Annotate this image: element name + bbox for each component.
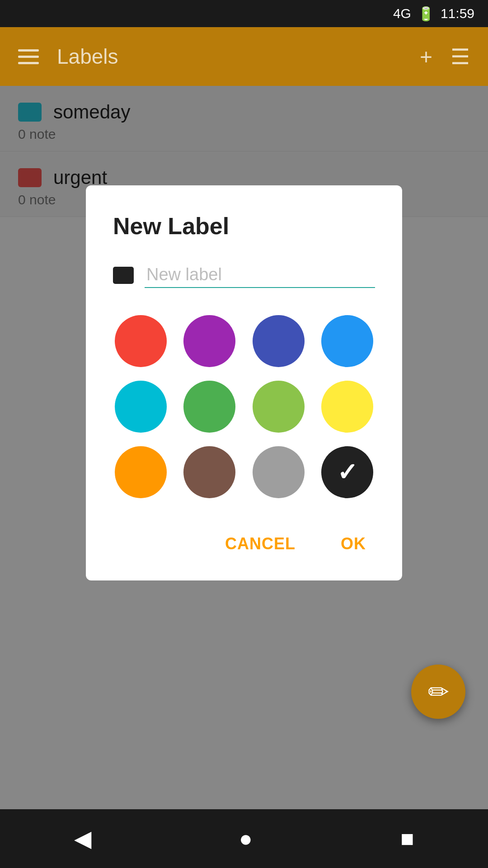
dialog-title: New Label (113, 212, 375, 240)
status-bar: 4G 🔋 11:59 (0, 0, 488, 27)
color-option-red[interactable] (115, 315, 167, 367)
ok-button[interactable]: OK (332, 530, 375, 558)
add-label-button[interactable]: + (420, 44, 432, 69)
color-option-orange[interactable] (115, 446, 167, 498)
selected-color-preview (113, 267, 134, 284)
new-label-dialog: New Label CANCEL (86, 185, 402, 580)
color-option-grey[interactable] (253, 446, 305, 498)
status-icons: 4G 🔋 11:59 (393, 6, 474, 22)
network-indicator: 4G (393, 6, 411, 21)
cancel-button[interactable]: CANCEL (216, 530, 305, 558)
color-option-light-green[interactable] (253, 381, 305, 433)
app-bar: Labels + ☰ (0, 27, 488, 86)
color-option-blue[interactable] (321, 315, 373, 367)
input-row (113, 262, 375, 288)
main-content: someday 0 note urgent 0 note New Label (0, 86, 488, 809)
color-option-black[interactable] (321, 446, 373, 498)
clock: 11:59 (441, 6, 474, 21)
home-button[interactable]: ● (239, 826, 253, 852)
dialog-actions: CANCEL OK (113, 530, 375, 558)
nav-bar: ◀ ● ■ (0, 809, 488, 868)
color-option-indigo[interactable] (253, 315, 305, 367)
color-option-cyan[interactable] (115, 381, 167, 433)
menu-icon[interactable] (18, 49, 39, 64)
color-picker-grid (113, 315, 375, 498)
color-option-brown[interactable] (183, 446, 235, 498)
edit-icon: ✏ (428, 677, 449, 707)
color-option-green[interactable] (183, 381, 235, 433)
back-button[interactable]: ◀ (74, 826, 91, 852)
battery-icon: 🔋 (418, 6, 434, 22)
app-title: Labels (57, 44, 402, 69)
color-option-purple[interactable] (183, 315, 235, 367)
recents-button[interactable]: ■ (400, 826, 414, 852)
color-option-yellow[interactable] (321, 381, 373, 433)
sort-icon[interactable]: ☰ (450, 44, 470, 69)
new-label-input[interactable] (145, 262, 375, 288)
fab-edit-button[interactable]: ✏ (411, 665, 465, 719)
